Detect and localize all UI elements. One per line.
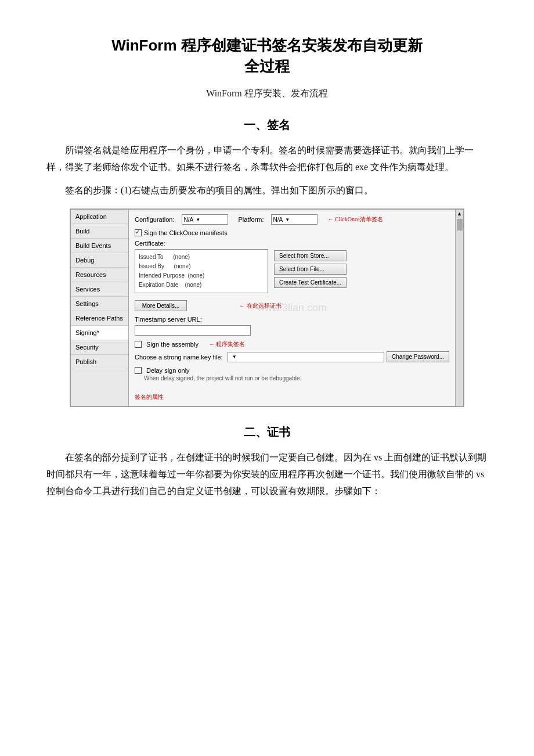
screenshot-sidebar: Application Build Build Events Debug Res…: [71, 210, 129, 406]
assembly-annotation: ← 程序集签名: [209, 340, 246, 348]
platform-dropdown[interactable]: N/A: [271, 214, 317, 225]
strong-name-dropdown[interactable]: [228, 352, 384, 362]
cert-issued-by: Issued By (none): [139, 262, 264, 271]
sign-clickonce-label: Sign the ClickOnce manifests: [144, 229, 228, 236]
sign-clickonce-row: Sign the ClickOnce manifests: [135, 229, 449, 236]
screenshot-main: www.3lian.com Configuration: N/A Platfor…: [129, 210, 455, 406]
more-details-button[interactable]: More Details...: [135, 300, 187, 311]
delay-sign-label: Delay sign only: [146, 367, 190, 374]
sidebar-item-services[interactable]: Services: [71, 282, 128, 297]
delay-sign-row: Delay sign only: [135, 367, 449, 374]
clickonce-annotation: ← ClickOnce清单签名: [328, 215, 383, 224]
select-cert-annotation: ← 在此选择证书: [239, 302, 282, 310]
change-password-button[interactable]: Change Password...: [387, 351, 449, 362]
sidebar-item-publish[interactable]: Publish: [71, 355, 128, 369]
section1-para2: 签名的步骤：(1)右键点击所要发布的项目的属性。弹出如下图所示的窗口。: [46, 182, 488, 199]
sidebar-item-security[interactable]: Security: [71, 340, 128, 355]
sidebar-item-reference-paths[interactable]: Reference Paths: [71, 311, 128, 326]
sidebar-item-settings[interactable]: Settings: [71, 297, 128, 311]
sign-assembly-checkbox[interactable]: [135, 341, 142, 348]
config-label: Configuration:: [135, 216, 175, 223]
cert-buttons: Select from Store... Select from File...…: [274, 250, 347, 297]
cert-intended: Intended Purpose (none): [139, 271, 264, 280]
screenshot-container: Application Build Build Events Debug Res…: [70, 208, 464, 407]
delay-sign-note: When delay signed, the project will not …: [144, 375, 449, 381]
scroll-thumb[interactable]: [457, 219, 463, 231]
sidebar-item-application[interactable]: Application: [71, 210, 128, 224]
sign-clickonce-checkbox[interactable]: [135, 229, 142, 236]
subtitle: WinForm 程序安装、发布流程: [46, 88, 488, 100]
project-annotation: 签名的属性: [135, 393, 164, 401]
create-test-cert-button[interactable]: Create Test Certificate...: [274, 277, 347, 288]
delay-sign-checkbox[interactable]: [135, 367, 142, 374]
section1-para1: 所谓签名就是给应用程序一个身份，申请一个专利。签名的时候需要需要选择证书。就向我…: [46, 142, 488, 176]
sidebar-item-signing[interactable]: Signing*: [71, 326, 128, 340]
page-title: WinForm 程序创建证书签名安装发布自动更新 全过程: [46, 35, 488, 77]
sidebar-item-debug[interactable]: Debug: [71, 253, 128, 268]
sidebar-item-build-events[interactable]: Build Events: [71, 239, 128, 253]
screenshot-scrollbar[interactable]: ▲: [455, 210, 463, 406]
strong-name-label: Choose a strong name key file:: [135, 354, 223, 361]
cert-info-box: Issued To (none) Issued By (none) Intend…: [135, 249, 268, 293]
sign-assembly-row: Sign the assembly ← 程序集签名: [135, 340, 449, 348]
cert-expiration: Expiration Date (none): [139, 280, 264, 290]
select-from-store-button[interactable]: Select from Store...: [274, 250, 347, 261]
timestamp-input[interactable]: [135, 325, 251, 336]
platform-label: Platform:: [239, 216, 264, 223]
timestamp-row: Timestamp server URL:: [135, 316, 449, 323]
section2-para1: 在签名的部分提到了证书，在创建证书的时候我们一定要自己创建。因为在 vs 上面创…: [46, 449, 488, 499]
sign-assembly-label: Sign the assembly: [146, 341, 199, 348]
sidebar-item-build[interactable]: Build: [71, 224, 128, 239]
scroll-up-arrow[interactable]: ▲: [457, 211, 462, 217]
strong-name-row: Choose a strong name key file: Change Pa…: [135, 351, 449, 362]
cert-issued-to: Issued To (none): [139, 253, 264, 262]
select-from-file-button[interactable]: Select from File...: [274, 264, 347, 275]
config-dropdown[interactable]: N/A: [182, 214, 228, 225]
section2-heading: 二、证书: [46, 424, 488, 440]
cert-label: Certificate:: [135, 240, 447, 247]
sidebar-item-resources[interactable]: Resources: [71, 268, 128, 282]
section1-heading: 一、签名: [46, 117, 488, 133]
timestamp-label: Timestamp server URL:: [135, 316, 202, 323]
